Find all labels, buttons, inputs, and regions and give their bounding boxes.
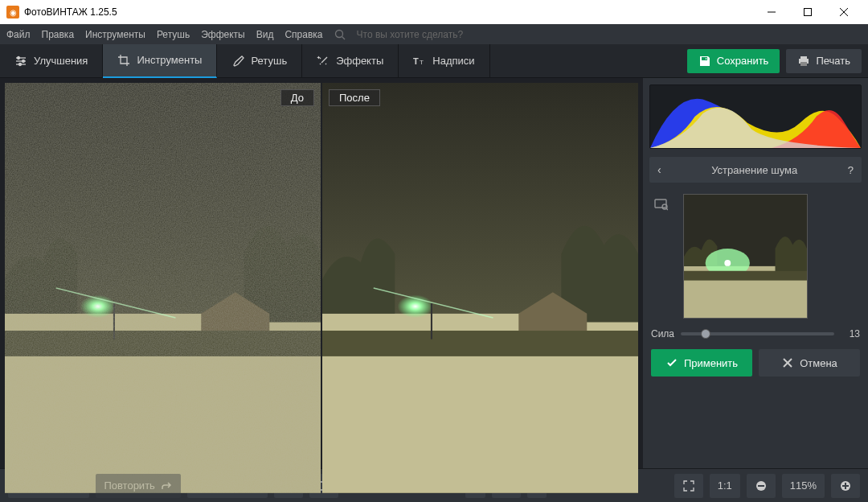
svg-rect-36	[684, 271, 807, 281]
svg-point-9	[18, 56, 20, 59]
panel-body: Сила 13 Применить Отмена	[649, 191, 862, 380]
preview-thumbnail[interactable]	[683, 194, 808, 319]
tab-effects[interactable]: Эффекты	[302, 44, 399, 78]
svg-text:T: T	[420, 59, 424, 66]
tab-effects-label: Эффекты	[336, 55, 383, 67]
strength-label: Сила	[651, 328, 674, 339]
svg-line-5	[342, 36, 345, 39]
print-icon	[797, 55, 810, 68]
apply-label: Применить	[684, 357, 738, 369]
menu-view[interactable]: Вид	[256, 29, 274, 40]
redo-button[interactable]: Повторить	[96, 474, 180, 498]
svg-text:T: T	[413, 56, 419, 66]
svg-rect-1	[804, 9, 811, 16]
zoom-1to1-button[interactable]: 1:1	[710, 474, 740, 498]
svg-rect-25	[322, 331, 638, 356]
after-pane[interactable]: После	[322, 83, 638, 493]
strength-slider: Сила 13	[651, 328, 860, 339]
help-button[interactable]: ?	[848, 164, 854, 176]
maximize-button[interactable]	[789, 0, 825, 24]
redo-icon	[160, 479, 173, 492]
tab-retouch[interactable]: Ретушь	[217, 44, 302, 78]
svg-rect-19	[5, 331, 321, 356]
svg-point-35	[724, 260, 731, 266]
search-icon[interactable]	[334, 29, 346, 40]
menu-retouch[interactable]: Ретушь	[157, 29, 190, 40]
compare-icon[interactable]	[651, 194, 670, 213]
menu-help[interactable]: Справка	[285, 29, 322, 40]
svg-rect-16	[800, 62, 807, 66]
fit-icon	[682, 479, 695, 492]
zoom-ratio-label: 1:1	[718, 479, 732, 492]
crop-icon	[117, 54, 130, 67]
save-icon	[698, 55, 711, 68]
redo-label: Повторить	[104, 479, 154, 492]
svg-rect-14	[800, 56, 807, 59]
brush-icon	[231, 55, 244, 68]
save-label: Сохранить	[717, 55, 769, 67]
cancel-button[interactable]: Отмена	[759, 349, 860, 376]
check-icon	[665, 356, 678, 369]
svg-point-11	[19, 63, 22, 65]
slider-thumb[interactable]	[701, 329, 710, 339]
toolbar: Улучшения Инструменты Ретушь Эффекты TT …	[0, 44, 868, 78]
histogram[interactable]	[649, 84, 862, 149]
menu-tools[interactable]: Инструменты	[85, 29, 145, 40]
window-titlebar: ◉ ФотоВИНТАЖ 1.25.5	[0, 0, 868, 24]
plus-icon	[839, 479, 852, 492]
x-icon	[781, 356, 794, 369]
save-button[interactable]: Сохранить	[687, 49, 780, 73]
tab-retouch-label: Ретушь	[251, 55, 287, 67]
menubar: Файл Правка Инструменты Ретушь Эффекты В…	[0, 24, 868, 44]
after-label: После	[329, 89, 380, 106]
before-pane[interactable]: До	[5, 83, 321, 493]
apply-button[interactable]: Применить	[651, 349, 752, 376]
zoom-in-button[interactable]	[831, 474, 860, 498]
content-area: До После	[0, 78, 868, 468]
zoom-percent[interactable]: 115%	[782, 474, 825, 498]
sliders-icon	[14, 55, 27, 68]
cancel-label: Отмена	[800, 357, 837, 369]
close-button[interactable]	[825, 0, 862, 24]
panel-header: ‹ Устранение шума ?	[649, 157, 862, 183]
wand-icon	[317, 55, 330, 68]
print-button[interactable]: Печать	[786, 49, 862, 73]
text-icon: TT	[413, 55, 426, 68]
fit-screen-button[interactable]	[674, 474, 703, 498]
menu-edit[interactable]: Правка	[42, 29, 75, 40]
minimize-button[interactable]	[753, 0, 789, 24]
tab-text[interactable]: TT Надписи	[399, 44, 489, 78]
viewer: До После	[0, 78, 643, 468]
window-title: ФотоВИНТАЖ 1.25.5	[24, 6, 117, 18]
svg-rect-29	[655, 200, 666, 208]
menu-effects[interactable]: Эффекты	[201, 29, 245, 40]
zoom-out-button[interactable]	[747, 474, 776, 498]
compare-view: До После	[5, 83, 638, 493]
panel-title: Устранение шума	[661, 164, 848, 176]
svg-line-31	[666, 208, 668, 210]
slider-track[interactable]	[681, 332, 834, 335]
tab-enhance-label: Улучшения	[34, 55, 88, 67]
svg-point-10	[23, 60, 25, 62]
svg-point-4	[335, 30, 342, 37]
menu-file[interactable]: Файл	[6, 29, 31, 40]
zoom-pct-label: 115%	[790, 479, 817, 492]
strength-value: 13	[841, 328, 860, 339]
app-icon: ◉	[6, 6, 19, 19]
minus-icon	[755, 479, 768, 492]
tab-tools-label: Инструменты	[137, 54, 202, 66]
tab-tools[interactable]: Инструменты	[103, 44, 217, 78]
tab-enhance[interactable]: Улучшения	[0, 44, 103, 78]
print-label: Печать	[816, 55, 850, 67]
search-hint[interactable]: Что вы хотите сделать?	[357, 29, 464, 40]
sidebar: ‹ Устранение шума ?	[643, 78, 868, 468]
before-label: До	[280, 89, 314, 106]
tab-text-label: Надписи	[432, 55, 474, 67]
